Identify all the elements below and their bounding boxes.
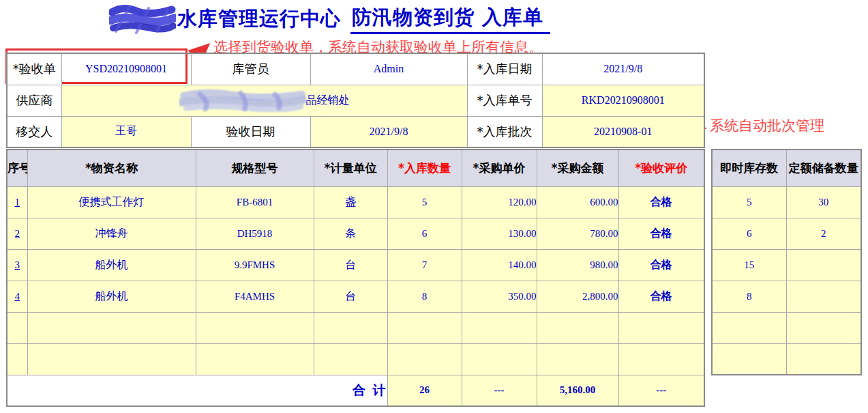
item-amount-cell[interactable]: 980.00: [537, 249, 618, 281]
annotation-batch-managed: 系统自动批次管理: [710, 116, 824, 135]
item-name-cell[interactable]: 便携式工作灯: [27, 186, 196, 218]
item-eval-cell[interactable]: 合格: [618, 218, 704, 249]
col-header-quota: 定额储备数量: [786, 149, 861, 186]
empty-cell[interactable]: [196, 343, 314, 375]
stock-value: 15: [712, 249, 786, 281]
total-qty: 26: [387, 375, 462, 406]
transfer-field[interactable]: 王哥: [61, 116, 191, 147]
item-row-3: 3 船外机 9.9FMHS 台 7 140.00 980.00 合格: [7, 249, 704, 281]
stock-row-empty-2: [712, 343, 861, 375]
empty-cell[interactable]: [387, 312, 462, 343]
item-qty-cell[interactable]: 6: [387, 218, 462, 249]
supplier-label: 供应商: [7, 85, 61, 116]
col-header-eval: *验收评价: [618, 149, 704, 186]
row-number-link[interactable]: 2: [7, 218, 27, 249]
items-table: 序号 *物资名称 规格型号 *计量单位 *入库数量 *采购单价 *采购金额 *验…: [6, 149, 705, 407]
item-name-cell[interactable]: 冲锋舟: [27, 218, 196, 249]
item-model-cell[interactable]: 9.9FMHS: [196, 249, 314, 281]
empty-cell[interactable]: [537, 343, 618, 375]
row-number-link[interactable]: 4: [7, 281, 27, 312]
keeper-label: 库管员: [191, 53, 310, 85]
accept-date-field[interactable]: 2021/9/8: [310, 116, 467, 147]
items-header-row: 序号 *物资名称 规格型号 *计量单位 *入库数量 *采购单价 *采购金额 *验…: [7, 149, 704, 186]
empty-cell[interactable]: [618, 312, 704, 343]
page-title: 水库管理运行中心 防汛物资到货 入库单: [109, 4, 550, 34]
item-model-cell[interactable]: DH5918: [196, 218, 314, 249]
item-unit-cell[interactable]: 台: [314, 249, 387, 281]
item-row-2: 2 冲锋舟 DH5918 条 6 130.00 780.00 合格: [7, 218, 704, 249]
item-qty-cell[interactable]: 7: [387, 249, 462, 281]
item-eval-cell[interactable]: 合格: [618, 249, 704, 281]
title-doc-name: 防汛物资到货 入库单: [350, 4, 550, 34]
item-row-1: 1 便携式工作灯 FB-6801 盏 5 120.00 600.00 合格: [7, 186, 704, 218]
item-amount-cell[interactable]: 600.00: [537, 186, 618, 218]
item-model-cell[interactable]: F4AMHS: [196, 281, 314, 312]
col-header-name: *物资名称: [27, 149, 196, 186]
quota-value: [786, 249, 861, 281]
empty-cell[interactable]: [27, 312, 196, 343]
row-number-link[interactable]: 1: [7, 186, 27, 218]
col-header-unit: *计量单位: [314, 149, 387, 186]
item-name-cell[interactable]: 船外机: [27, 281, 196, 312]
redacted-org-scribble: [109, 4, 176, 34]
item-amount-cell[interactable]: 2,800.00: [537, 281, 618, 312]
empty-cell[interactable]: [7, 312, 27, 343]
total-eval-placeholder: ---: [618, 375, 704, 406]
empty-cell[interactable]: [314, 343, 387, 375]
supplier-visible-text: 品经销处: [306, 94, 350, 108]
title-center-name: 水库管理运行中心: [177, 5, 341, 33]
stock-header-row: 即时库存数 定额储备数量: [712, 149, 861, 186]
stock-side-table: 即时库存数 定额储备数量 5 30 6 2 15 8: [711, 149, 862, 375]
empty-cell[interactable]: [537, 312, 618, 343]
col-header-amount: *采购金额: [537, 149, 618, 186]
keeper-value: Admin: [310, 53, 467, 85]
stock-row-3: 15: [712, 249, 861, 281]
batch-field[interactable]: 20210908-01: [542, 116, 704, 147]
item-eval-cell[interactable]: 合格: [618, 281, 704, 312]
item-qty-cell[interactable]: 8: [387, 281, 462, 312]
item-name-cell[interactable]: 船外机: [27, 249, 196, 281]
inbound-date-value: 2021/9/8: [542, 53, 704, 85]
form-row-3: 移交人 王哥 验收日期 2021/9/8 *入库批次 20210908-01: [7, 116, 704, 147]
row-number-link[interactable]: 3: [7, 249, 27, 281]
quota-value: 2: [786, 218, 861, 249]
item-qty-cell[interactable]: 5: [387, 186, 462, 218]
item-unit-cell[interactable]: 台: [314, 281, 387, 312]
empty-cell[interactable]: [196, 312, 314, 343]
receipt-field[interactable]: YSD20210908001: [61, 53, 191, 85]
item-eval-cell[interactable]: 合格: [618, 186, 704, 218]
col-header-stock: 即时库存数: [712, 149, 786, 186]
order-info-form: *验收单 YSD20210908001 库管员 Admin *入库日期 2021…: [6, 53, 705, 148]
item-model-cell[interactable]: FB-6801: [196, 186, 314, 218]
empty-cell: [786, 343, 861, 375]
item-price-cell[interactable]: 130.00: [462, 218, 537, 249]
redacted-supplier-scribble: [179, 89, 306, 112]
item-price-cell[interactable]: 140.00: [462, 249, 537, 281]
supplier-field[interactable]: 品经销处: [61, 85, 467, 116]
empty-cell: [786, 312, 861, 343]
col-header-model: 规格型号: [196, 149, 314, 186]
stock-value: 5: [712, 186, 786, 218]
item-price-cell[interactable]: 350.00: [462, 281, 537, 312]
transfer-label: 移交人: [7, 116, 61, 147]
item-amount-cell[interactable]: 780.00: [537, 218, 618, 249]
empty-cell: [712, 343, 786, 375]
total-amount: 5,160.00: [537, 375, 618, 406]
totals-label: 合 计: [7, 375, 387, 406]
item-price-cell[interactable]: 120.00: [462, 186, 537, 218]
empty-cell[interactable]: [314, 312, 387, 343]
accept-date-label: 验收日期: [191, 116, 310, 147]
empty-cell[interactable]: [462, 312, 537, 343]
inbound-order-page: { "title": { "center_name": "水库管理运行中心", …: [0, 0, 868, 413]
item-unit-cell[interactable]: 盏: [314, 186, 387, 218]
inbound-no-field[interactable]: RKD20210908001: [542, 85, 704, 116]
total-price-placeholder: ---: [462, 375, 537, 406]
empty-cell[interactable]: [462, 343, 537, 375]
empty-cell[interactable]: [387, 343, 462, 375]
empty-cell[interactable]: [618, 343, 704, 375]
item-unit-cell[interactable]: 条: [314, 218, 387, 249]
empty-cell[interactable]: [27, 343, 196, 375]
col-header-qty: *入库数量: [387, 149, 462, 186]
empty-cell[interactable]: [7, 343, 27, 375]
col-header-price: *采购单价: [462, 149, 537, 186]
